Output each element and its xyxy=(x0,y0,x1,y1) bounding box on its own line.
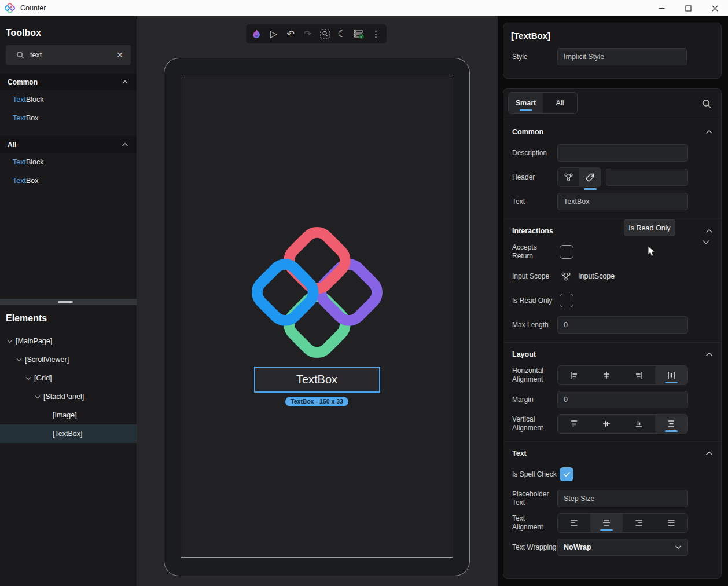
title-bar: Counter xyxy=(0,0,728,16)
text-input[interactable]: TextBox xyxy=(557,193,688,210)
text-align-right-icon[interactable] xyxy=(623,514,655,532)
is-read-only-label: Is Read Only xyxy=(512,296,557,305)
dark-theme-moon-icon[interactable]: ☾ xyxy=(336,28,348,41)
chevron-up-icon xyxy=(122,80,128,85)
toolbox-panel: Toolbox text ✕ Common TextBlock TextBox xyxy=(0,16,137,190)
v-align-center-icon[interactable] xyxy=(590,415,623,433)
mouse-cursor xyxy=(648,246,656,257)
header-binding-button[interactable] xyxy=(557,167,579,187)
chevron-up-icon xyxy=(122,142,128,147)
tree-item-stackpanel[interactable]: [StackPanel] xyxy=(0,387,137,406)
tab-all[interactable]: All xyxy=(543,93,577,113)
toolbox-item-textblock[interactable]: TextBlock xyxy=(0,153,137,171)
description-label: Description xyxy=(512,149,557,158)
text-alignment-label: Text Alignment xyxy=(512,514,557,532)
properties-panel-title: [TextBox] xyxy=(511,31,721,41)
tree-item-textbox-selected[interactable]: [TextBox] xyxy=(0,424,137,443)
clear-search-icon[interactable]: ✕ xyxy=(115,50,125,60)
play-icon[interactable]: ▷ xyxy=(267,28,280,41)
text-alignment-group xyxy=(557,513,688,533)
header-mode-toggle xyxy=(557,167,601,187)
toolbox-title: Toolbox xyxy=(6,28,137,38)
is-spell-check-checkbox[interactable] xyxy=(560,467,573,481)
text-wrapping-dropdown[interactable]: NoWrap xyxy=(557,539,688,556)
tab-smart[interactable]: Smart xyxy=(509,93,543,113)
max-length-input[interactable]: 0 xyxy=(557,316,688,334)
window-title: Counter xyxy=(20,4,46,12)
tree-item-scrollviewer[interactable]: [ScrollViewer] xyxy=(0,350,137,369)
design-canvas[interactable]: ▷ ↶ ↷ ☾ ⋮ xyxy=(137,16,498,586)
section-text-header[interactable]: Text xyxy=(503,445,721,462)
chevron-down-icon[interactable] xyxy=(24,376,32,380)
chevron-up-icon[interactable] xyxy=(705,130,713,134)
chevron-up-icon[interactable] xyxy=(705,229,713,233)
section-interactions-header[interactable]: Interactions xyxy=(503,223,721,239)
style-input[interactable]: Implicit Style xyxy=(557,48,687,65)
properties-search-icon[interactable] xyxy=(702,99,712,109)
undo-icon[interactable]: ↶ xyxy=(284,28,297,41)
toolbox-item-textbox[interactable]: TextBox xyxy=(0,109,137,127)
binding-icon[interactable] xyxy=(561,272,571,281)
section-layout-header[interactable]: Layout xyxy=(503,346,721,362)
input-scope-label: Input Scope xyxy=(512,272,557,281)
toolbox-item-textbox[interactable]: TextBox xyxy=(0,171,137,190)
h-align-center-icon[interactable] xyxy=(590,366,623,384)
tree-item-image[interactable]: [Image] xyxy=(0,406,137,424)
accepts-return-checkbox[interactable] xyxy=(560,245,573,259)
minimize-button[interactable] xyxy=(648,0,675,16)
chevron-down-icon[interactable] xyxy=(34,395,42,399)
h-align-left-icon[interactable] xyxy=(558,366,590,384)
v-align-stretch-icon[interactable] xyxy=(655,415,687,433)
placeholder-text-input[interactable]: Step Size xyxy=(557,490,688,507)
hot-design-flame-icon[interactable] xyxy=(250,28,263,41)
selected-textbox-element[interactable]: TextBox xyxy=(254,367,380,393)
text-align-justify-icon[interactable] xyxy=(655,514,687,532)
text-align-center-icon[interactable] xyxy=(590,514,623,532)
properties-panel: [TextBox] Style Implicit Style Smart All… xyxy=(498,16,728,586)
toolbox-search-input[interactable]: text ✕ xyxy=(6,45,131,65)
is-read-only-checkbox[interactable] xyxy=(560,294,573,307)
chevron-down-icon[interactable] xyxy=(6,339,14,343)
elements-panel: Elements [MainPage] [ScrollViewer] [Grid… xyxy=(0,309,137,443)
v-align-bottom-icon[interactable] xyxy=(623,415,655,433)
toolbox-section-all[interactable]: All xyxy=(0,136,137,153)
chevron-down-icon[interactable] xyxy=(15,358,23,362)
max-length-label: Max Length xyxy=(512,321,557,329)
description-input[interactable] xyxy=(557,144,688,162)
close-button[interactable] xyxy=(701,0,728,16)
device-frame: TextBox TextBox - 150 x 33 xyxy=(164,58,470,576)
tag-icon xyxy=(585,173,595,182)
sidebar-splitter-handle[interactable] xyxy=(0,299,137,305)
section-text: Text Is Spell Check Placeholder Text Ste… xyxy=(503,441,721,565)
maximize-button[interactable] xyxy=(675,0,701,16)
input-scope-value[interactable]: InputScope xyxy=(578,272,615,280)
properties-card: Smart All Common Description Head xyxy=(503,88,722,579)
app-logo-icon xyxy=(5,3,15,13)
h-align-right-icon[interactable] xyxy=(623,366,655,384)
margin-input[interactable]: 0 xyxy=(557,391,688,408)
server-status-icon[interactable] xyxy=(352,28,365,41)
v-align-top-icon[interactable] xyxy=(558,415,590,433)
toolbox-item-textblock[interactable]: TextBlock xyxy=(0,90,137,109)
margin-label: Margin xyxy=(512,395,557,404)
h-align-stretch-icon[interactable] xyxy=(655,366,687,384)
style-label: Style xyxy=(512,53,557,61)
device-screen[interactable]: TextBox TextBox - 150 x 33 xyxy=(181,75,453,558)
more-options-kebab-icon[interactable]: ⋮ xyxy=(370,28,383,41)
tree-item-grid[interactable]: [Grid] xyxy=(0,369,137,387)
header-value-tag-button[interactable] xyxy=(579,167,601,187)
text-align-left-icon[interactable] xyxy=(558,514,590,532)
zoom-to-selection-icon[interactable] xyxy=(318,28,331,41)
toolbox-section-common[interactable]: Common xyxy=(0,74,137,90)
search-icon xyxy=(16,51,24,59)
header-label: Header xyxy=(512,173,557,182)
section-common-header[interactable]: Common xyxy=(503,124,721,140)
header-input[interactable] xyxy=(606,169,688,186)
chevron-up-icon[interactable] xyxy=(705,451,713,456)
text-wrapping-label: Text Wrapping xyxy=(512,543,557,552)
tree-item-mainpage[interactable]: [MainPage] xyxy=(0,332,137,350)
chevron-down-icon xyxy=(675,545,682,550)
app-image-logo[interactable] xyxy=(251,226,383,358)
chevron-up-icon[interactable] xyxy=(705,352,713,357)
chevron-down-icon[interactable] xyxy=(702,240,710,245)
